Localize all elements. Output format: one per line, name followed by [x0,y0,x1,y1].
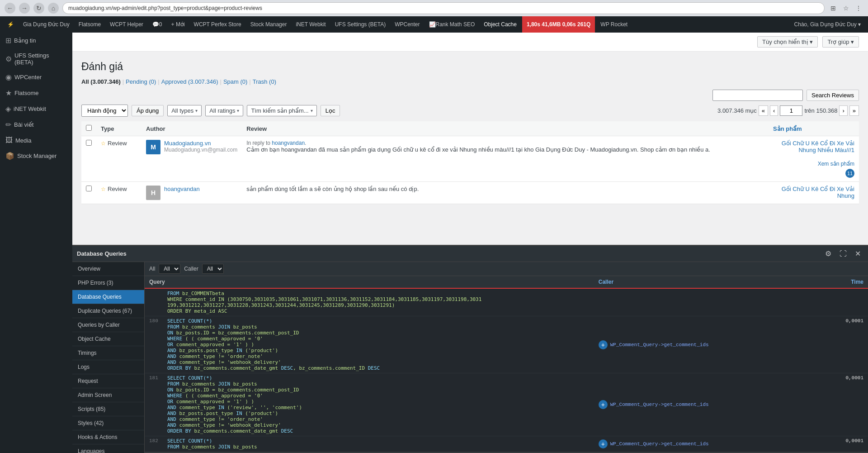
pagination-first[interactable]: « [759,105,768,116]
review-type-1: ☆ Review [101,140,137,147]
screen-options-button[interactable]: Tùy chọn hiển thị ▾ [757,36,818,48]
bookmark-icon[interactable]: ☆ [841,3,851,13]
inet-webkit-link[interactable]: iNET Webkit [292,16,329,33]
media-icon: 🖼 [5,136,13,144]
qm-sidebar-php-errors[interactable]: PHP Errors (3) [72,276,144,290]
wp-logo[interactable]: ⚡ [4,16,18,33]
qm-col-time-header: Time [817,276,868,288]
sidebar-item-wpcenter[interactable]: ◉ WPCenter [0,69,72,85]
filter-trash[interactable]: Trash (0) [253,78,276,85]
qm-add-btn-182[interactable]: + [599,439,608,448]
qm-sidebar-db-queries[interactable]: Database Queries [72,290,144,304]
filter-spam[interactable]: Spam (0) [223,78,247,85]
url-bar[interactable]: muadogiadung.vn/wp-admin/edit.php?post_t… [62,2,825,14]
help-button[interactable]: Trợ giúp ▾ [822,36,859,48]
qm-sidebar-hooks[interactable]: Hooks & Actions [72,430,144,444]
wcpt-perfex-link[interactable]: WCPT Perfex Store [190,16,245,33]
qm-filter-all-select[interactable]: All [159,264,180,274]
query-monitor-panel: Database Queries ⚙ ⛶ ✕ Overview PHP Erro… [72,245,868,453]
author-name-1[interactable]: Muadogiadung.vn [164,140,237,147]
sidebar-item-flatsome[interactable]: ★ Flatsome [0,85,72,101]
comments-link[interactable]: 💬 0 [149,16,166,33]
author-info-2: H hoangvandan [146,186,237,200]
sidebar-item-ufs[interactable]: ⚙ UFS Settings (BETA) [0,48,72,69]
qm-sidebar-languages[interactable]: Languages [72,444,144,453]
settings-icon[interactable]: ⋮ [854,3,863,13]
qm-sidebar-overview[interactable]: Overview [72,262,144,276]
qm-close-btn[interactable]: ✕ [852,248,863,259]
col-product-header: Sản phẩm [769,121,859,136]
sidebar-item-posts[interactable]: ✏ Bài viết [0,117,72,133]
pagination-last[interactable]: » [849,105,859,116]
product-link-1[interactable]: Gối Chữ U Kê Cổ Đi Xe Vải Nhung Nhiều Mà… [773,140,854,153]
pagination-page-input[interactable] [780,105,802,116]
flatsome-link[interactable]: Flatsome [75,16,104,33]
qm-sidebar-styles[interactable]: Styles (42) [72,416,144,430]
view-product-link-1[interactable]: Xem sản phẩm [818,161,854,167]
qm-sidebar: Overview PHP Errors (3) Database Queries… [72,262,145,453]
all-types-dropdown[interactable]: All types ▾ [167,105,202,116]
wp-rocket-label: WP Rocket [600,21,627,28]
stock-manager-link[interactable]: Stock Manager [247,16,291,33]
rank-math-link[interactable]: 📈 Rank Math SEO [425,16,479,33]
new-link[interactable]: + Mới [168,16,189,33]
author-info-1: M Muadogiadung.vn Muadogiadung.vn@gmail.… [146,140,237,154]
qm-sidebar-logs[interactable]: Logs [72,360,144,374]
qm-row-num-182: 182 [149,438,163,443]
qm-caller-filter-select[interactable]: All [202,264,224,274]
home-button[interactable]: ⌂ [48,3,59,14]
qm-sidebar-dup-queries[interactable]: Duplicate Queries (67) [72,304,144,318]
bulk-action-select[interactable]: Hành động [81,105,128,117]
perf-badge[interactable]: 1,80s 41,6MB 0,06s 261Q [522,16,595,33]
inet-icon: ◈ [5,105,11,113]
table-row: FROM bz_COMMENTbeta WHERE comment_id IN … [145,288,868,316]
qm-sidebar-object-cache[interactable]: Object Cache [72,332,144,346]
wp-rocket-link[interactable]: WP Rocket [597,16,631,33]
search-reviews-input[interactable] [712,90,803,101]
back-button[interactable]: ← [5,3,15,14]
qm-sidebar-scripts[interactable]: Scripts (85) [72,402,144,416]
qm-sidebar-request[interactable]: Request [72,374,144,388]
reload-button[interactable]: ↻ [33,3,44,14]
filter-all[interactable]: All (3.007.346) [81,78,121,85]
author-name-2[interactable]: hoangvandan [164,186,200,192]
qm-expand-btn[interactable]: ⛶ [837,248,849,259]
filter-pending[interactable]: Pending (0) [126,78,156,85]
dashboard-icon: ⊞ [5,36,11,45]
sidebar-item-dashboard[interactable]: ⊞ Bảng tin [0,33,72,48]
qm-add-btn-180[interactable]: + [599,340,608,349]
table-row: ☆ Review M Muadogiadung.vn [81,136,859,182]
row-checkbox-2[interactable] [86,186,92,191]
avatar-1: M [146,140,160,154]
sidebar-item-stock[interactable]: 📦 Stock Manager [0,148,72,164]
all-ratings-dropdown[interactable]: All ratings ▾ [205,105,243,116]
review-reply-1: In reply to hoangvandan. [246,140,764,146]
apply-button[interactable]: Áp dụng [132,105,164,116]
wcpt-helper-link[interactable]: WCPT Helper [106,16,147,33]
wpcenter-link[interactable]: WPCenter [391,16,423,33]
object-cache-link[interactable]: Object Cache [480,16,520,33]
sidebar-item-inet[interactable]: ◈ iNET Webkit [0,101,72,117]
filter-button[interactable]: Lọc [321,105,340,116]
forward-button[interactable]: → [19,3,30,14]
sidebar-item-media[interactable]: 🖼 Media [0,133,72,148]
row-checkbox-1[interactable] [86,140,92,146]
qm-settings-btn[interactable]: ⚙ [822,248,834,259]
all-ratings-arrow: ▾ [237,108,239,113]
select-all-checkbox[interactable] [86,125,92,131]
qm-sidebar-timings[interactable]: Timings [72,346,144,360]
qm-sidebar-queries-caller[interactable]: Queries by Caller [72,318,144,332]
pagination-next[interactable]: › [839,105,847,116]
search-reviews-button[interactable]: Search Reviews [807,90,859,101]
qm-add-btn-181[interactable]: + [599,400,608,409]
reply-to-link-1[interactable]: hoangvandan [272,140,305,146]
ufs-settings-link[interactable]: UFS Settings (BETA) [331,16,389,33]
filter-approved[interactable]: Approved (3.007.346) [161,78,218,85]
extensions-icon[interactable]: ⊞ [828,3,838,13]
product-link-2[interactable]: Gối Chữ U Kê Cổ Đi Xe Vải Nhung [773,186,854,199]
pagination-prev[interactable]: ‹ [770,105,778,116]
site-name[interactable]: Gia Dụng Đức Duy [19,16,73,33]
search-product-dropdown[interactable]: Tìm kiếm sản phẩm... ▾ [247,105,316,116]
search-reviews-label: Search Reviews [811,92,854,99]
qm-sidebar-admin-screen[interactable]: Admin Screen [72,388,144,402]
